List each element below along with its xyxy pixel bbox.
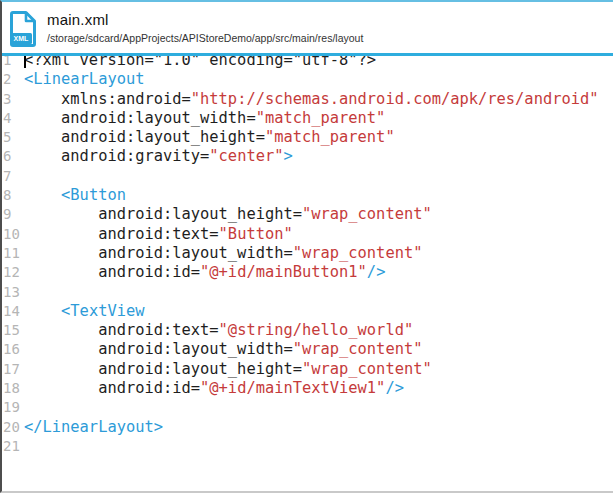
code-segment-str: "match_parent" [256,109,386,127]
code-line[interactable]: 6 android:gravity="center"> [2,147,613,166]
file-name: main.xml [47,11,363,29]
code-segment-tag: </LinearLayout> [24,418,163,436]
code-line[interactable]: 2<LinearLayout [2,70,613,89]
code-line[interactable]: 1<?xml version="1.0" encoding="utf-8"?> [2,56,613,70]
code-line[interactable]: 19 [2,398,613,417]
code-line[interactable]: 10 android:text="Button" [2,225,613,244]
code-segment-tag: /> [385,379,404,397]
code-segment-plain: android:layout_height= [24,205,302,223]
code-segment-str: "@string/hello_world" [219,321,414,339]
code-segment-plain: android:layout_width= [24,340,293,358]
line-number: 9 [2,205,24,224]
code-segment-plain [24,186,61,204]
code-line[interactable]: 12 android:id="@+id/mainButton1"/> [2,263,613,282]
code-segment-plain: android:layout_width= [24,244,293,262]
code-line[interactable]: 14 <TextView [2,302,613,321]
code-line[interactable]: 8 <Button [2,186,613,205]
code-segment-tag: > [283,147,292,165]
code-line[interactable]: 16 android:layout_width="wrap_content" [2,340,613,359]
line-number: 10 [2,225,24,244]
code-segment-str: "wrap_content" [302,360,432,378]
code-segment-str: "wrap_content" [293,340,423,358]
file-icon-label: XML [14,35,30,42]
code-segment-tag: /> [367,263,386,281]
line-number: 12 [2,263,24,282]
file-header: XML main.xml /storage/sdcard/AppProjects… [2,2,613,56]
code-segment-str: "@+id/mainTextView1" [200,379,385,397]
code-line[interactable]: 20</LinearLayout> [2,418,613,437]
code-segment-str: "@+id/mainButton1" [200,263,367,281]
code-segment-str: "wrap_content" [302,205,432,223]
code-line[interactable]: 5 android:layout_height="match_parent" [2,128,613,147]
line-number: 18 [2,379,24,398]
code-segment-str: "center" [209,147,283,165]
code-segment-plain: xmlns:android= [24,90,191,108]
code-segment-plain: android:id= [24,379,200,397]
line-number: 20 [2,418,24,437]
code-segment-str: "Button" [219,225,293,243]
line-number: 14 [2,302,24,321]
xml-file-icon: XML [9,10,38,47]
file-path: /storage/sdcard/AppProjects/APIStoreDemo… [47,31,363,45]
code-segment-tag: <TextView [61,302,144,320]
line-number: 8 [2,186,24,205]
code-line[interactable]: 3 xmlns:android="http://schemas.android.… [2,90,613,109]
code-segment-plain: <?xml version="1.0" encoding="utf-8"?> [24,56,376,69]
file-titles: main.xml /storage/sdcard/AppProjects/API… [47,11,363,45]
code-segment-plain: android:id= [24,263,200,281]
line-number: 15 [2,321,24,340]
line-number: 19 [2,398,24,417]
code-segment-tag: <LinearLayout [24,70,144,88]
code-segment-plain: android:text= [24,321,219,339]
code-segment-plain: android:layout_height= [24,128,265,146]
code-segment-plain: android:text= [24,225,219,243]
code-segment-plain: android:gravity= [24,147,209,165]
code-segment-str: "wrap_content" [293,244,423,262]
code-segment-plain [24,302,61,320]
line-number: 13 [2,283,24,302]
code-lines: 1<?xml version="1.0" encoding="utf-8"?>2… [2,56,613,456]
line-number: 11 [2,244,24,263]
line-number: 1 [2,56,24,70]
code-line[interactable]: 4 android:layout_width="match_parent" [2,109,613,128]
code-line[interactable]: 13 [2,283,613,302]
code-segment-plain: android:layout_height= [24,360,302,378]
line-number: 6 [2,147,24,166]
code-line[interactable]: 15 android:text="@string/hello_world" [2,321,613,340]
code-editor-window: XML main.xml /storage/sdcard/AppProjects… [0,0,613,493]
line-number: 16 [2,340,24,359]
code-segment-str: "match_parent" [265,128,395,146]
line-number: 21 [2,437,24,456]
line-number: 4 [2,109,24,128]
line-number: 2 [2,70,24,89]
code-segment-plain: android:layout_width= [24,109,256,127]
code-line[interactable]: 17 android:layout_height="wrap_content" [2,360,613,379]
code-line[interactable]: 9 android:layout_height="wrap_content" [2,205,613,224]
line-number: 7 [2,167,24,186]
line-number: 3 [2,90,24,109]
line-number: 5 [2,128,24,147]
code-segment-str: "http://schemas.android.com/apk/res/andr… [191,90,599,108]
text-cursor [24,56,26,68]
line-number: 17 [2,360,24,379]
code-segment-tag: <Button [61,186,126,204]
code-line[interactable]: 7 [2,167,613,186]
code-line[interactable]: 21 [2,437,613,456]
code-editor[interactable]: 1<?xml version="1.0" encoding="utf-8"?>2… [2,56,613,490]
code-line[interactable]: 18 android:id="@+id/mainTextView1"/> [2,379,613,398]
code-line[interactable]: 11 android:layout_width="wrap_content" [2,244,613,263]
